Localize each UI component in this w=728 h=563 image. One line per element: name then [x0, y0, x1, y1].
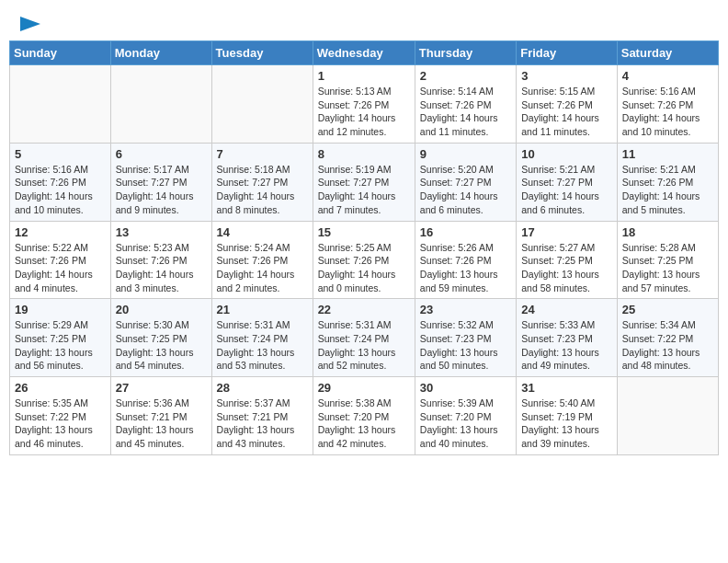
calendar-day-cell: 4Sunrise: 5:16 AM Sunset: 7:26 PM Daylig… — [617, 65, 718, 144]
day-number: 10 — [521, 147, 612, 161]
day-number: 22 — [318, 303, 410, 316]
calendar-day-cell: 16Sunrise: 5:26 AM Sunset: 7:26 PM Dayli… — [415, 221, 516, 299]
day-info: Sunrise: 5:21 AM Sunset: 7:26 PM Dayligh… — [622, 163, 713, 217]
day-number: 18 — [622, 225, 713, 239]
day-number: 29 — [318, 381, 410, 395]
day-info: Sunrise: 5:17 AM Sunset: 7:27 PM Dayligh… — [116, 163, 207, 217]
calendar-body: 1Sunrise: 5:13 AM Sunset: 7:26 PM Daylig… — [10, 65, 719, 455]
calendar-day-cell: 1Sunrise: 5:13 AM Sunset: 7:26 PM Daylig… — [313, 65, 415, 144]
calendar-week-row: 1Sunrise: 5:13 AM Sunset: 7:26 PM Daylig… — [10, 65, 719, 144]
weekday-header-cell: Friday — [517, 41, 618, 65]
day-number: 23 — [420, 303, 511, 316]
calendar-day-cell: 20Sunrise: 5:30 AM Sunset: 7:25 PM Dayli… — [110, 299, 211, 377]
day-number: 1 — [318, 69, 410, 83]
calendar-week-row: 5Sunrise: 5:16 AM Sunset: 7:26 PM Daylig… — [10, 143, 719, 221]
day-info: Sunrise: 5:37 AM Sunset: 7:21 PM Dayligh… — [217, 396, 308, 451]
day-number: 3 — [521, 69, 612, 83]
day-info: Sunrise: 5:23 AM Sunset: 7:26 PM Dayligh… — [116, 241, 207, 295]
day-number: 21 — [217, 303, 308, 316]
calendar-day-cell: 22Sunrise: 5:31 AM Sunset: 7:24 PM Dayli… — [313, 299, 415, 377]
day-number: 14 — [217, 225, 308, 239]
calendar-day-cell: 29Sunrise: 5:38 AM Sunset: 7:20 PM Dayli… — [313, 377, 415, 455]
day-number: 11 — [622, 147, 713, 161]
day-number: 19 — [15, 303, 106, 316]
day-info: Sunrise: 5:26 AM Sunset: 7:26 PM Dayligh… — [420, 241, 511, 295]
day-info: Sunrise: 5:33 AM Sunset: 7:23 PM Dayligh… — [521, 318, 612, 373]
weekday-header-cell: Tuesday — [211, 41, 313, 65]
day-info: Sunrise: 5:38 AM Sunset: 7:20 PM Dayligh… — [318, 396, 410, 451]
day-number: 30 — [420, 381, 511, 395]
day-info: Sunrise: 5:20 AM Sunset: 7:27 PM Dayligh… — [420, 163, 511, 217]
day-info: Sunrise: 5:40 AM Sunset: 7:19 PM Dayligh… — [521, 396, 612, 451]
calendar-day-cell: 17Sunrise: 5:27 AM Sunset: 7:25 PM Dayli… — [517, 221, 618, 299]
calendar-day-cell: 14Sunrise: 5:24 AM Sunset: 7:26 PM Dayli… — [211, 221, 313, 299]
calendar-day-cell: 13Sunrise: 5:23 AM Sunset: 7:26 PM Dayli… — [110, 221, 211, 299]
day-info: Sunrise: 5:14 AM Sunset: 7:26 PM Dayligh… — [420, 85, 511, 139]
calendar-day-cell — [10, 65, 111, 144]
day-number: 2 — [420, 69, 511, 83]
day-number: 24 — [521, 303, 612, 316]
day-info: Sunrise: 5:24 AM Sunset: 7:26 PM Dayligh… — [217, 241, 308, 295]
calendar-day-cell: 18Sunrise: 5:28 AM Sunset: 7:25 PM Dayli… — [617, 221, 718, 299]
calendar-day-cell — [211, 65, 313, 144]
day-number: 25 — [622, 303, 713, 316]
day-number: 4 — [622, 69, 713, 83]
calendar-week-row: 19Sunrise: 5:29 AM Sunset: 7:25 PM Dayli… — [10, 299, 719, 377]
calendar-day-cell — [110, 65, 211, 144]
calendar-day-cell: 25Sunrise: 5:34 AM Sunset: 7:22 PM Dayli… — [617, 299, 718, 377]
day-number: 31 — [521, 381, 612, 395]
weekday-header-cell: Sunday — [10, 41, 111, 65]
page-header — [9, 9, 719, 35]
day-info: Sunrise: 5:32 AM Sunset: 7:23 PM Dayligh… — [420, 318, 511, 373]
day-info: Sunrise: 5:39 AM Sunset: 7:20 PM Dayligh… — [420, 396, 511, 451]
day-number: 12 — [15, 225, 106, 239]
calendar-day-cell: 9Sunrise: 5:20 AM Sunset: 7:27 PM Daylig… — [415, 143, 516, 221]
day-number: 20 — [116, 303, 207, 316]
calendar-day-cell: 21Sunrise: 5:31 AM Sunset: 7:24 PM Dayli… — [211, 299, 313, 377]
day-info: Sunrise: 5:15 AM Sunset: 7:26 PM Dayligh… — [521, 85, 612, 139]
calendar-day-cell: 5Sunrise: 5:16 AM Sunset: 7:26 PM Daylig… — [10, 143, 111, 221]
weekday-header-cell: Saturday — [617, 41, 718, 65]
day-info: Sunrise: 5:13 AM Sunset: 7:26 PM Dayligh… — [318, 85, 410, 139]
calendar-day-cell: 7Sunrise: 5:18 AM Sunset: 7:27 PM Daylig… — [211, 143, 313, 221]
calendar-day-cell: 10Sunrise: 5:21 AM Sunset: 7:27 PM Dayli… — [517, 143, 618, 221]
calendar-table: SundayMondayTuesdayWednesdayThursdayFrid… — [9, 40, 719, 455]
day-info: Sunrise: 5:21 AM Sunset: 7:27 PM Dayligh… — [521, 163, 612, 217]
logo-flag-icon — [20, 17, 40, 31]
day-number: 7 — [217, 147, 308, 161]
day-number: 5 — [15, 147, 106, 161]
calendar-day-cell: 15Sunrise: 5:25 AM Sunset: 7:26 PM Dayli… — [313, 221, 415, 299]
weekday-header-row: SundayMondayTuesdayWednesdayThursdayFrid… — [10, 41, 719, 65]
day-number: 8 — [318, 147, 410, 161]
svg-marker-0 — [20, 17, 40, 31]
calendar-day-cell: 8Sunrise: 5:19 AM Sunset: 7:27 PM Daylig… — [313, 143, 415, 221]
weekday-header-cell: Thursday — [415, 41, 516, 65]
day-info: Sunrise: 5:28 AM Sunset: 7:25 PM Dayligh… — [622, 241, 713, 295]
day-info: Sunrise: 5:36 AM Sunset: 7:21 PM Dayligh… — [116, 396, 207, 451]
day-number: 15 — [318, 225, 410, 239]
day-info: Sunrise: 5:30 AM Sunset: 7:25 PM Dayligh… — [116, 318, 207, 373]
day-number: 27 — [116, 381, 207, 395]
calendar-day-cell: 24Sunrise: 5:33 AM Sunset: 7:23 PM Dayli… — [517, 299, 618, 377]
day-info: Sunrise: 5:27 AM Sunset: 7:25 PM Dayligh… — [521, 241, 612, 295]
calendar-day-cell: 19Sunrise: 5:29 AM Sunset: 7:25 PM Dayli… — [10, 299, 111, 377]
day-info: Sunrise: 5:19 AM Sunset: 7:27 PM Dayligh… — [318, 163, 410, 217]
day-info: Sunrise: 5:22 AM Sunset: 7:26 PM Dayligh… — [15, 241, 106, 295]
calendar-day-cell: 23Sunrise: 5:32 AM Sunset: 7:23 PM Dayli… — [415, 299, 516, 377]
day-info: Sunrise: 5:35 AM Sunset: 7:22 PM Dayligh… — [15, 396, 106, 451]
calendar-day-cell: 12Sunrise: 5:22 AM Sunset: 7:26 PM Dayli… — [10, 221, 111, 299]
day-number: 17 — [521, 225, 612, 239]
logo — [18, 17, 40, 31]
calendar-day-cell: 6Sunrise: 5:17 AM Sunset: 7:27 PM Daylig… — [110, 143, 211, 221]
calendar-day-cell — [617, 377, 718, 455]
calendar-day-cell: 30Sunrise: 5:39 AM Sunset: 7:20 PM Dayli… — [415, 377, 516, 455]
day-number: 6 — [116, 147, 207, 161]
day-info: Sunrise: 5:29 AM Sunset: 7:25 PM Dayligh… — [15, 318, 106, 373]
day-number: 9 — [420, 147, 511, 161]
calendar-week-row: 12Sunrise: 5:22 AM Sunset: 7:26 PM Dayli… — [10, 221, 719, 299]
day-info: Sunrise: 5:16 AM Sunset: 7:26 PM Dayligh… — [622, 85, 713, 139]
day-info: Sunrise: 5:16 AM Sunset: 7:26 PM Dayligh… — [15, 163, 106, 217]
calendar-day-cell: 27Sunrise: 5:36 AM Sunset: 7:21 PM Dayli… — [110, 377, 211, 455]
day-info: Sunrise: 5:31 AM Sunset: 7:24 PM Dayligh… — [318, 318, 410, 373]
day-info: Sunrise: 5:18 AM Sunset: 7:27 PM Dayligh… — [217, 163, 308, 217]
